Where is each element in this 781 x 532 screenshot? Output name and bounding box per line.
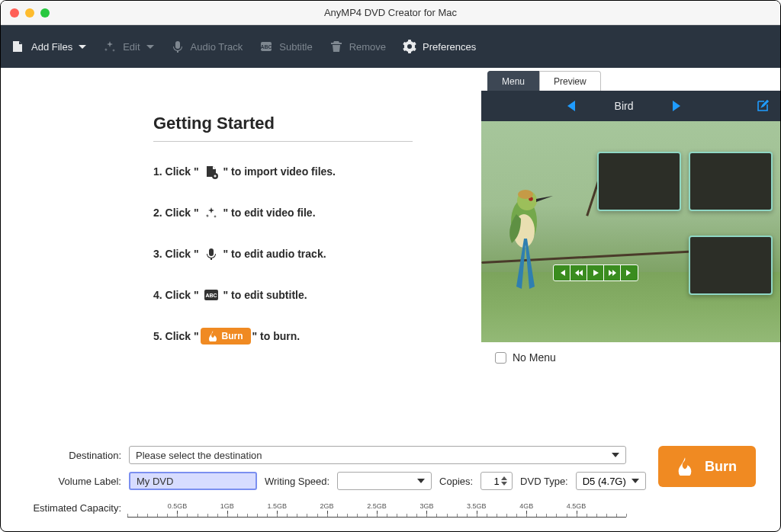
copies-decrement[interactable] <box>501 482 507 486</box>
chapter-thumbnail-2[interactable] <box>689 152 773 211</box>
copies-stepper[interactable]: 1 <box>480 472 513 490</box>
add-files-button[interactable]: Add Files <box>10 39 86 54</box>
audio-track-label: Audio Track <box>191 41 243 53</box>
subtitle-icon: ABC <box>259 40 273 53</box>
window-controls <box>10 8 50 18</box>
edit-menu-icon[interactable] <box>756 99 770 113</box>
close-window-button[interactable] <box>10 8 19 18</box>
titlebar: AnyMP4 DVD Creator for Mac <box>1 1 780 25</box>
step-3: 3. Click " " to edit audio track. <box>153 245 451 262</box>
gear-icon <box>403 40 416 53</box>
chevron-down-icon <box>612 453 619 457</box>
add-files-icon <box>10 39 25 54</box>
step-1: 1. Click " " to import video files. <box>153 163 451 180</box>
maximize-window-button[interactable] <box>40 8 50 18</box>
writing-speed-select[interactable] <box>337 472 432 490</box>
rewind-button[interactable] <box>570 265 587 280</box>
volume-label-input[interactable] <box>129 472 257 490</box>
dvd-type-select[interactable]: D5 (4.7G) <box>576 472 646 490</box>
fast-forward-button[interactable] <box>604 265 621 280</box>
audio-track-button[interactable]: Audio Track <box>171 40 243 53</box>
sparkle-icon <box>203 204 220 221</box>
dvd-type-label: DVD Type: <box>520 476 568 487</box>
destination-select[interactable]: Please select the destination <box>129 446 626 464</box>
estimated-capacity-label: Estimated Capacity: <box>31 502 121 514</box>
trash-icon <box>329 40 343 53</box>
preferences-button[interactable]: Preferences <box>403 40 476 53</box>
chapter-thumbnail-3[interactable] <box>689 236 773 295</box>
edit-label: Edit <box>123 41 140 53</box>
svg-text:ABC: ABC <box>261 44 272 50</box>
burn-button[interactable]: Burn <box>658 446 756 487</box>
next-template-button[interactable] <box>673 101 680 111</box>
no-menu-option: No Menu <box>481 342 780 373</box>
play-button[interactable] <box>587 265 604 280</box>
edit-button[interactable]: Edit <box>103 40 153 53</box>
main-toolbar: Add Files Edit Audio Track ABC Subtitle … <box>1 25 780 68</box>
copies-label: Copies: <box>439 476 473 487</box>
window-title: AnyMP4 DVD Creator for Mac <box>1 7 780 18</box>
no-menu-label: No Menu <box>513 351 556 364</box>
remove-label: Remove <box>349 41 386 53</box>
subtitle-label: Subtitle <box>279 41 312 53</box>
divider <box>153 141 413 142</box>
app-window: AnyMP4 DVD Creator for Mac Add Files Edi… <box>0 0 781 532</box>
bird-illustration <box>498 168 559 290</box>
getting-started-heading: Getting Started <box>153 114 451 133</box>
menu-preview <box>481 121 780 342</box>
svg-text:ABC: ABC <box>205 293 217 298</box>
preview-tabs: Menu Preview <box>481 68 780 91</box>
preview-panel: Menu Preview Bird <box>481 68 780 437</box>
sparkle-icon <box>103 40 117 53</box>
skip-start-button[interactable] <box>554 265 570 280</box>
subtitle-icon: ABC <box>203 287 220 303</box>
edit-caret-icon <box>146 45 154 49</box>
preferences-label: Preferences <box>423 41 476 53</box>
skip-end-button[interactable] <box>621 265 638 280</box>
microphone-icon <box>171 40 185 53</box>
remove-button[interactable]: Remove <box>329 40 386 53</box>
step-5: 5. Click " Burn " to burn. <box>153 328 451 345</box>
chevron-down-icon <box>417 479 425 483</box>
subtitle-button[interactable]: ABC Subtitle <box>259 40 312 53</box>
step-4: 4. Click " ABC " to edit subtitle. <box>153 287 451 303</box>
step-2: 2. Click " " to edit video file. <box>153 204 451 221</box>
menu-template-title: Bird <box>615 100 634 112</box>
writing-speed-label: Writing Speed: <box>265 476 329 487</box>
prev-template-button[interactable] <box>567 101 575 111</box>
tab-menu[interactable]: Menu <box>487 71 539 91</box>
menu-navigation-bar: Bird <box>481 91 780 121</box>
add-files-label: Add Files <box>31 41 72 53</box>
flame-icon <box>208 331 217 341</box>
flame-icon <box>677 457 693 476</box>
getting-started-panel: Getting Started 1. Click " " to import v… <box>1 68 481 437</box>
no-menu-checkbox[interactable] <box>495 352 506 364</box>
add-files-icon <box>203 163 220 180</box>
svg-point-9 <box>518 190 533 199</box>
destination-label: Destination: <box>31 450 121 461</box>
chapter-thumbnail-1[interactable] <box>597 152 681 211</box>
burn-badge: Burn <box>201 328 251 345</box>
preview-playback-controls <box>553 264 638 281</box>
tab-preview[interactable]: Preview <box>539 71 601 91</box>
copies-increment[interactable] <box>501 476 507 480</box>
capacity-ruler: 0.5GB1GB1.5GB2GB2.5GB3GB3.5GB4GB4.5GB <box>127 498 626 518</box>
volume-label-label: Volume Label: <box>31 476 121 487</box>
main-area: Getting Started 1. Click " " to import v… <box>1 68 780 437</box>
add-files-caret-icon <box>79 45 86 49</box>
minimize-window-button[interactable] <box>25 8 34 18</box>
microphone-icon <box>203 245 220 262</box>
chevron-down-icon <box>632 479 639 483</box>
